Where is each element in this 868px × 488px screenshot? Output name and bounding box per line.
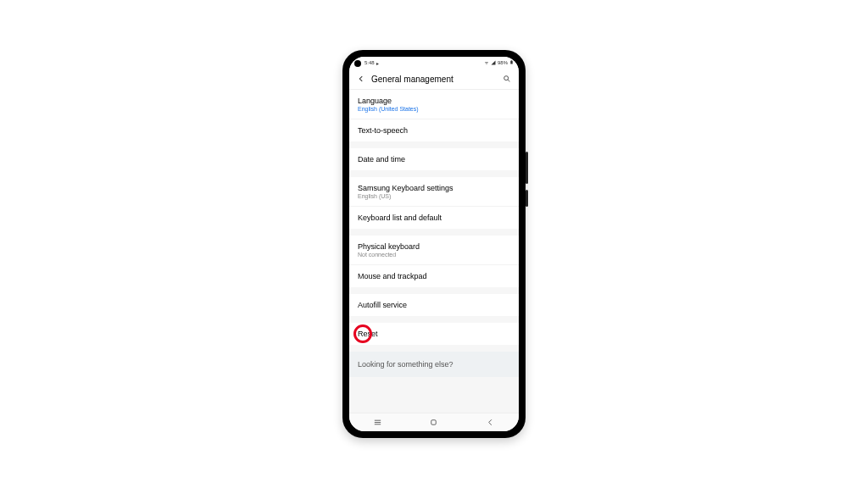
nav-bar (349, 413, 519, 431)
item-title: Reset (358, 330, 510, 338)
volume-button (526, 152, 528, 184)
settings-item-autofill-service[interactable]: Autofill service (349, 294, 519, 316)
item-subtitle: Not connected (358, 252, 510, 258)
settings-group: Samsung Keyboard settingsEnglish (US)Key… (349, 177, 519, 229)
svg-line-3 (508, 80, 509, 81)
item-title: Language (358, 97, 510, 105)
settings-item-samsung-keyboard-settings[interactable]: Samsung Keyboard settingsEnglish (US) (349, 177, 519, 206)
item-subtitle: English (United States) (358, 106, 510, 112)
battery-percent: 98% (498, 60, 508, 65)
status-time: 5:48 (364, 60, 375, 65)
app-header: General management (349, 69, 519, 90)
svg-rect-7 (431, 420, 437, 425)
status-bar: 5:48 ▸ 98% (349, 57, 519, 69)
status-dnd-icon: ▸ (376, 60, 379, 66)
signal-icon (491, 60, 496, 66)
screen: 5:48 ▸ 98% General management (349, 57, 519, 431)
item-title: Samsung Keyboard settings (358, 184, 510, 192)
settings-group: Reset (349, 323, 519, 345)
svg-point-2 (504, 76, 509, 80)
camera-hole (354, 60, 361, 67)
item-title: Date and time (358, 155, 510, 164)
svg-rect-0 (510, 61, 513, 64)
page-title: General management (371, 75, 497, 84)
wifi-icon (484, 60, 489, 66)
search-icon[interactable] (502, 74, 512, 84)
footer-help[interactable]: Looking for something else? (349, 352, 519, 377)
settings-item-physical-keyboard[interactable]: Physical keyboardNot connected (349, 236, 519, 264)
settings-item-date-and-time[interactable]: Date and time (349, 148, 519, 170)
settings-group: Autofill service (349, 294, 519, 316)
settings-group: Date and time (349, 148, 519, 170)
phone-frame: 5:48 ▸ 98% General management (342, 50, 526, 438)
nav-back-icon[interactable] (485, 417, 497, 429)
settings-item-reset[interactable]: Reset (349, 323, 519, 345)
settings-item-text-to-speech[interactable]: Text-to-speech (349, 119, 519, 141)
item-title: Autofill service (358, 301, 510, 309)
battery-icon (509, 59, 514, 66)
settings-item-keyboard-list-and-default[interactable]: Keyboard list and default (349, 206, 519, 229)
item-title: Text-to-speech (358, 126, 510, 135)
settings-item-language[interactable]: LanguageEnglish (United States) (349, 90, 519, 119)
nav-home-icon[interactable] (428, 417, 440, 429)
settings-item-mouse-and-trackpad[interactable]: Mouse and trackpad (349, 264, 519, 287)
settings-list: LanguageEnglish (United States)Text-to-s… (349, 90, 519, 413)
item-title: Mouse and trackpad (358, 272, 510, 280)
svg-rect-1 (511, 60, 512, 61)
nav-recent-icon[interactable] (371, 417, 383, 429)
settings-group: Physical keyboardNot connectedMouse and … (349, 236, 519, 287)
power-button (526, 190, 528, 207)
back-icon[interactable] (356, 74, 366, 84)
item-title: Keyboard list and default (358, 214, 510, 222)
settings-group: LanguageEnglish (United States)Text-to-s… (349, 90, 519, 141)
item-title: Physical keyboard (358, 242, 510, 251)
item-subtitle: English (US) (358, 193, 510, 199)
